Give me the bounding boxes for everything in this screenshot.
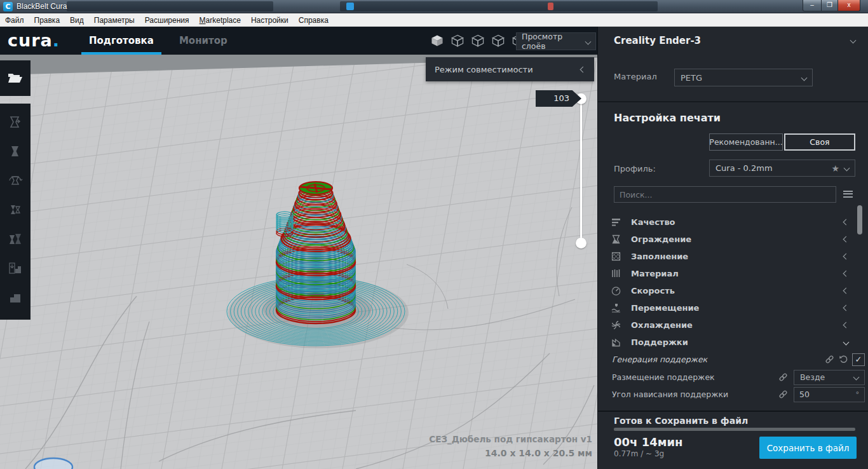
search-input[interactable] xyxy=(614,186,836,203)
recommended-mode-button[interactable]: Рекомендованн... xyxy=(709,133,783,151)
category-shell[interactable]: Ограждение xyxy=(598,231,858,248)
chevron-left-icon xyxy=(843,219,850,226)
print-settings-title: Настройка печати xyxy=(614,112,721,124)
material-usage-estimate: 0.77m / ~ 3g xyxy=(614,449,664,458)
category-infill[interactable]: Заполнение xyxy=(598,248,858,265)
chevron-down-icon xyxy=(801,74,808,81)
category-label: Охлаждение xyxy=(631,320,693,330)
settings-sidebar: Creality Ender-3 Материал PETG Настройка… xyxy=(597,27,868,469)
support-placement-value: Везде xyxy=(800,372,825,382)
link-icon[interactable] xyxy=(777,390,789,399)
print-time-estimate: 00ч 14мин xyxy=(614,435,682,449)
setting-row-support-placement: Размещение поддержек Везде xyxy=(598,369,868,386)
material-label: Материал xyxy=(614,72,657,81)
star-icon[interactable]: ★ xyxy=(831,163,839,173)
menu-item-4[interactable]: Параметры xyxy=(89,14,140,27)
move-tool-button[interactable] xyxy=(3,107,28,137)
support-placement-label: Размещение поддержек xyxy=(612,372,715,382)
cura-logo: cura. xyxy=(8,31,60,50)
close-button[interactable]: x xyxy=(837,0,860,11)
category-label: Заполнение xyxy=(631,252,688,261)
category-speed[interactable]: Скорость xyxy=(598,282,858,299)
speed-icon xyxy=(611,285,621,296)
open-file-button[interactable] xyxy=(3,64,28,93)
compatibility-mode-panel[interactable]: Режим совместимости xyxy=(426,57,594,81)
compatibility-mode-label: Режим совместимости xyxy=(435,65,533,74)
category-material[interactable]: Материал xyxy=(598,265,858,282)
view-cube-2-icon[interactable] xyxy=(450,32,465,49)
shell-icon xyxy=(611,234,621,245)
camera-view-icons xyxy=(430,32,526,49)
window-title: BlackBelt Cura xyxy=(17,2,67,11)
category-label: Материал xyxy=(631,269,679,278)
category-support[interactable]: Поддержки xyxy=(598,334,858,351)
link-icon[interactable] xyxy=(777,372,789,382)
menu-item-5[interactable]: Расширения xyxy=(140,14,194,27)
minimize-button[interactable]: – xyxy=(803,0,822,11)
cooling-icon xyxy=(611,320,621,330)
category-quality[interactable]: Качество xyxy=(598,214,858,231)
profile-dropdown[interactable]: Cura - 0.2mm ★ xyxy=(709,160,855,177)
support-icon xyxy=(611,337,621,348)
setting-row-generate-support: Генерация поддержек ✓ xyxy=(598,351,868,368)
link-icon[interactable] xyxy=(824,355,835,364)
degree-unit: ° xyxy=(856,390,860,398)
layer-number-badge: 103 xyxy=(536,90,581,107)
model-name-label: СЕЗ_Дюбель под гипсакартон v1 xyxy=(429,434,592,444)
view-mode-dropdown[interactable]: Просмотр слоёв xyxy=(516,32,596,50)
model-size-label: 14.0 x 14.0 x 20.5 мм xyxy=(485,448,592,458)
profile-value: Cura - 0.2mm xyxy=(715,163,773,173)
scrollbar-thumb[interactable] xyxy=(857,205,862,234)
save-to-file-button[interactable]: Сохранить в файл xyxy=(759,437,857,459)
menu-item-2[interactable]: Правка xyxy=(29,14,65,27)
restore-button[interactable]: ❐ xyxy=(821,0,838,11)
settings-category-list: КачествоОграждениеЗаполнениеМатериалСкор… xyxy=(598,214,858,351)
profile-label: Профиль: xyxy=(614,164,656,173)
layer-slider-track[interactable] xyxy=(580,99,582,243)
menu-item-1[interactable]: Файл xyxy=(0,14,29,27)
support-placement-dropdown[interactable]: Везде xyxy=(794,370,865,385)
material-dropdown[interactable]: PETG xyxy=(674,69,813,86)
view-solid-icon[interactable] xyxy=(430,32,444,49)
undo-icon[interactable] xyxy=(839,354,848,365)
chevron-down-icon xyxy=(844,165,850,172)
tab-monitor[interactable]: Монитор xyxy=(166,27,240,55)
menu-item-6[interactable]: Marketplace xyxy=(194,14,246,27)
menu-item-3[interactable]: Вид xyxy=(65,14,89,27)
support-blocker-tool-button[interactable] xyxy=(3,254,28,283)
view-cube-4-icon[interactable] xyxy=(491,32,505,49)
chevron-down-icon[interactable] xyxy=(850,37,857,44)
layer-slider-lower-handle[interactable] xyxy=(576,238,587,248)
per-model-settings-tool-button[interactable] xyxy=(3,224,28,254)
view-mode-label: Просмотр слоёв xyxy=(522,32,586,51)
chevron-down-icon xyxy=(843,339,850,346)
open-file-panel xyxy=(0,60,31,96)
tab-prepare[interactable]: Подготовка xyxy=(76,27,166,55)
chevron-left-icon xyxy=(580,66,587,72)
material-value: PETG xyxy=(681,73,702,83)
quality-icon xyxy=(611,217,621,228)
scale-tool-button[interactable] xyxy=(3,137,28,166)
category-label: Поддержки xyxy=(631,337,688,347)
menu-item-8[interactable]: Справка xyxy=(294,14,334,27)
background-window-ghost xyxy=(340,1,658,11)
support-angle-input[interactable]: 50 ° xyxy=(794,387,865,402)
category-label: Ограждение xyxy=(631,234,691,244)
category-cooling[interactable]: Охлаждение xyxy=(598,316,858,334)
printer-name[interactable]: Creality Ender-3 xyxy=(614,35,701,46)
window-titlebar xyxy=(0,0,868,13)
category-label: Качество xyxy=(631,217,675,227)
generate-support-checkbox[interactable]: ✓ xyxy=(852,353,865,366)
viewport-3d-scene[interactable] xyxy=(0,55,597,469)
custom-mode-button[interactable]: Своя xyxy=(784,133,855,151)
background-app-icon xyxy=(346,3,354,10)
view-cube-3-icon[interactable] xyxy=(470,32,485,49)
category-label: Скорость xyxy=(631,286,675,296)
settings-menu-icon[interactable] xyxy=(843,189,853,199)
belt-supports-tool-button[interactable] xyxy=(3,283,28,312)
mirror-tool-button[interactable] xyxy=(3,195,28,224)
menu-item-7[interactable]: Настройки xyxy=(246,14,294,27)
background-window-ghost xyxy=(67,1,273,11)
category-travel[interactable]: Перемещение xyxy=(598,299,858,316)
rotate-tool-button[interactable] xyxy=(3,166,28,195)
